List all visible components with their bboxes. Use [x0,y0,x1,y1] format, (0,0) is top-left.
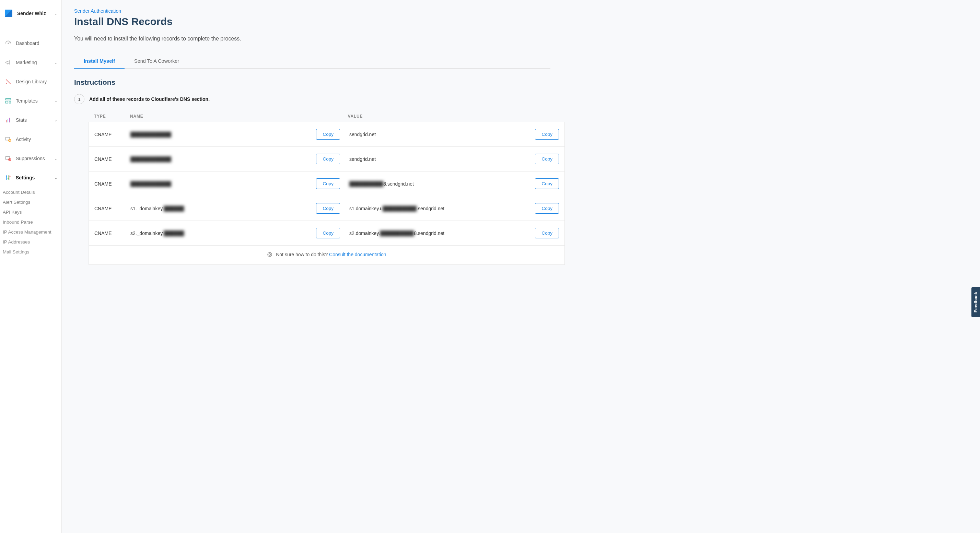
help-row: Not sure how to do this? Consult the doc… [89,246,565,265]
copy-button[interactable]: Copy [535,203,559,214]
sidebar-item-design-library[interactable]: Design Library [0,72,61,91]
cell-value: sendgrid.net [349,156,376,162]
org-name: Sender Whiz [17,11,54,16]
cell-name: ████████████ [130,132,171,137]
tabs: Install Myself Send To A Coworker [74,54,550,68]
sidebar-item-stats[interactable]: Stats ⌄ [0,111,61,130]
activity-icon [5,136,12,143]
sidebar: Sender Whiz ⌄ Dashboard Marketing ⌄ [0,0,62,533]
cell-value: ██████████8.sendgrid.net [349,181,414,187]
copy-button[interactable]: Copy [535,129,559,140]
copy-button[interactable]: Copy [316,228,340,238]
subnav-inbound-parse[interactable]: Inbound Parse [3,217,61,227]
cell-name: ████████████ [130,181,171,187]
col-header-value: VALUE [342,114,560,119]
chevron-down-icon: ⌄ [54,11,57,16]
tab-install-myself[interactable]: Install Myself [74,54,124,68]
svg-point-18 [268,252,272,257]
copy-button[interactable]: Copy [316,129,340,140]
instructions-heading: Instructions [74,78,550,86]
dns-row: CNAME s1._domainkey.██████ Copy s1.domai… [89,196,565,221]
svg-rect-2 [6,101,8,103]
step-row: 1 Add all of these records to Cloudflare… [74,94,550,104]
svg-point-19 [269,254,271,255]
page-title: Install DNS Records [74,16,550,27]
templates-icon [5,97,12,104]
copy-button[interactable]: Copy [316,154,340,164]
chevron-down-icon: ⌄ [54,156,57,161]
copy-button[interactable]: Copy [316,203,340,214]
svg-rect-3 [9,101,11,103]
copy-button[interactable]: Copy [535,178,559,189]
step-text: Add all of these records to Cloudflare's… [89,97,210,102]
subnav-account-details[interactable]: Account Details [3,187,61,197]
chevron-down-icon: ⌄ [54,118,57,122]
cell-value: sendgrid.net [349,132,376,137]
subnav-api-keys[interactable]: API Keys [3,207,61,217]
sidebar-item-dashboard[interactable]: Dashboard [0,33,61,53]
org-selector[interactable]: Sender Whiz ⌄ [0,6,61,24]
svg-point-15 [6,176,7,177]
cell-name: ████████████ [130,156,171,162]
settings-subnav: Account Details Alert Settings API Keys … [0,187,61,260]
col-header-type: TYPE [94,114,130,119]
suppressions-icon [5,155,12,162]
chevron-down-icon: ⌄ [54,99,57,103]
sidebar-item-settings[interactable]: Settings ⌄ [0,168,61,187]
chevron-down-icon: ⌄ [54,176,57,180]
subnav-ip-access-management[interactable]: IP Access Management [3,227,61,237]
sidebar-item-marketing[interactable]: Marketing ⌄ [0,53,61,72]
help-icon [267,252,272,258]
svg-point-16 [8,178,9,179]
dns-table: TYPE NAME VALUE CNAME ████████████ Copy … [89,111,565,265]
org-logo-icon [5,10,12,17]
cell-type: CNAME [94,132,130,137]
sidebar-item-templates[interactable]: Templates ⌄ [0,91,61,111]
page-intro: You will need to install the following r… [74,36,550,42]
dns-row: CNAME ████████████ Copy sendgrid.net Cop… [89,122,565,147]
cell-type: CNAME [94,206,130,211]
chevron-down-icon: ⌄ [54,60,57,65]
cell-type: CNAME [94,181,130,187]
copy-button[interactable]: Copy [535,228,559,238]
megaphone-icon [5,59,12,66]
svg-point-17 [9,176,10,177]
copy-button[interactable]: Copy [316,178,340,189]
settings-icon [5,174,12,181]
help-text: Not sure how to do this? [276,252,329,257]
feedback-tab[interactable]: Feedback [971,287,980,317]
sidebar-nav: Dashboard Marketing ⌄ Design Library Te [0,33,61,187]
subnav-ip-addresses[interactable]: IP Addresses [3,237,61,247]
cell-value: s1.domainkey.u██████████.sendgrid.net [349,206,444,211]
gauge-icon [5,40,12,47]
step-number: 1 [74,94,84,104]
tab-send-to-coworker[interactable]: Send To A Coworker [124,54,189,68]
design-icon [5,78,12,85]
cell-name: s2._domainkey.██████ [130,230,184,236]
dns-table-header: TYPE NAME VALUE [89,111,565,122]
cell-name: s1._domainkey.██████ [130,206,184,211]
subnav-mail-settings[interactable]: Mail Settings [3,247,61,257]
copy-button[interactable]: Copy [535,154,559,164]
cell-value: s2.domainkey.██████████8.sendgrid.net [349,230,444,236]
sidebar-item-activity[interactable]: Activity [0,130,61,149]
main-content: Sender Authentication Install DNS Record… [62,0,563,533]
dns-row: CNAME ████████████ Copy ██████████8.send… [89,171,565,196]
cell-type: CNAME [94,156,130,162]
sidebar-item-suppressions[interactable]: Suppressions ⌄ [0,149,61,168]
subnav-alert-settings[interactable]: Alert Settings [3,197,61,207]
help-link[interactable]: Consult the documentation [329,252,387,257]
breadcrumb-link[interactable]: Sender Authentication [74,8,550,14]
col-header-name: NAME [130,114,342,119]
dns-row: CNAME s2._domainkey.██████ Copy s2.domai… [89,221,565,246]
dns-row: CNAME ████████████ Copy sendgrid.net Cop… [89,147,565,171]
stats-icon [5,117,12,124]
svg-rect-1 [6,98,11,100]
cell-type: CNAME [94,230,130,236]
